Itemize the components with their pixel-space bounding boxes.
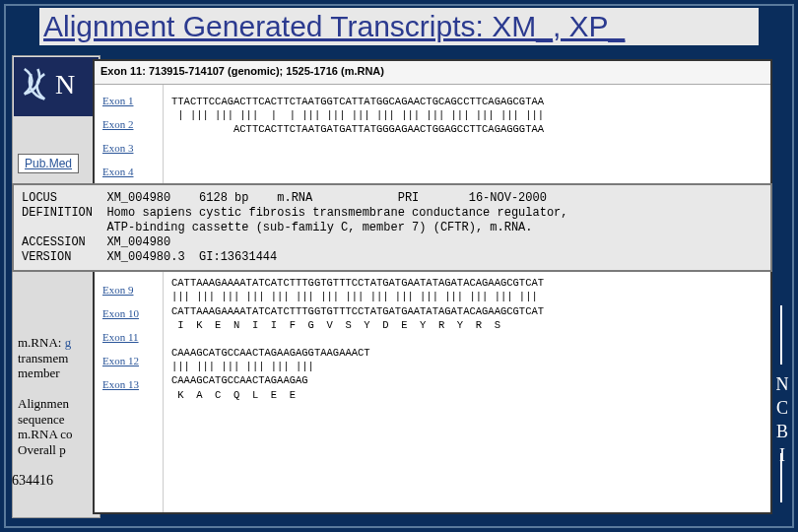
mrna-row-fragment: m.RNA: g transmem member (18, 335, 71, 381)
aln-line2: sequence (18, 412, 65, 427)
mrna-link-frag[interactable]: g (65, 335, 72, 350)
mrna-line3: member (18, 366, 60, 380)
exon-link[interactable]: Exon 4 (95, 160, 163, 183)
aln-b2-r3: CATTAAAGAAAATATCATCTTTGGTGTTTCCTATGATGAA… (171, 305, 544, 317)
version-value: XM_004980.3 GI:13631444 (106, 250, 277, 264)
aln-b3-r3: CAAAGCATGCCAACTAGAAGAG (171, 374, 308, 386)
aln-b2-r4: I K E N I I F G V S Y D E Y R Y R S (171, 319, 500, 331)
ncbi-logo-icon (18, 65, 51, 106)
aln-line3: m.RNA co (18, 427, 73, 441)
locus-label: LOCUS (22, 191, 57, 205)
sequence-length-fragment: 634416 (12, 473, 53, 489)
version-label: VERSION (22, 250, 71, 264)
aln-b1-r2: | ||| ||| ||| | | ||| ||| ||| ||| ||| ||… (171, 109, 544, 121)
alignment-body: TTACTTCCAGACTTCACTTCTAATGGTCATTATGGCAGAA… (164, 85, 770, 512)
genbank-record-overlay: LOCUS XM_004980 6128 bp m.RNA PRI 16-NOV… (12, 183, 772, 272)
aln-b2-r2: ||| ||| ||| ||| ||| ||| ||| ||| ||| ||| … (171, 291, 538, 302)
locus-value: XM_004980 6128 bp m.RNA PRI 16-NOV-2000 (106, 191, 546, 205)
aln-b3-r2: ||| ||| ||| ||| ||| ||| (171, 361, 314, 372)
definition-line2: ATP-binding cassette (sub-family C, memb… (106, 221, 532, 234)
slide-title: Alignment Generated Transcripts: XM_, XP… (39, 8, 759, 45)
aln-b3-r4: K A C Q L E E (171, 389, 296, 401)
pubmed-link[interactable]: Pub.Med (18, 154, 79, 173)
exon-list: Exon 1 Exon 2 Exon 3 Exon 4 Exon 5 Exon … (95, 85, 164, 512)
exon-link[interactable]: Exon 12 (95, 349, 163, 372)
mrna-label: m.RNA: (18, 335, 65, 350)
exon-alignment-header: Exon 11: 713915-714107 (genomic); 1525-1… (95, 61, 770, 85)
exon-link[interactable]: Exon 2 (95, 112, 163, 136)
side-rule-bottom (780, 453, 782, 502)
definition-label: DEFINITION (22, 206, 93, 220)
aln-line4: Overall p (18, 442, 66, 457)
accession-value: XM_004980 (106, 235, 170, 249)
accession-label: ACCESSION (22, 235, 86, 249)
exon-link[interactable]: Exon 11 (95, 325, 163, 349)
alignment-summary-fragment: Alignmen sequence m.RNA co Overall p (18, 396, 73, 457)
aln-line1: Alignmen (18, 396, 69, 411)
exon-link[interactable]: Exon 10 (95, 301, 163, 325)
exon-link[interactable]: Exon 3 (95, 136, 163, 160)
mrna-line2: transmem (18, 351, 68, 366)
ncbi-logo-letter: N (55, 69, 75, 100)
exon-link[interactable]: Exon 1 (95, 89, 163, 112)
aln-b2-r1: CATTAAAGAAAATATCATCTTTGGTGTTTCCTATGATGAA… (171, 277, 544, 289)
exon-link[interactable]: Exon 9 (95, 278, 163, 301)
exon-alignment-window: Exon 11: 713915-714107 (genomic); 1525-1… (93, 59, 772, 514)
aln-b1-r1: TTACTTCCAGACTTCACTTCTAATGGTCATTATGGCAGAA… (171, 96, 544, 107)
aln-b3-r1: CAAAGCATGCCAACTAGAAGAGGTAAGAAACT (171, 347, 370, 359)
aln-b1-r3: ACTTCACTTCTAATGATGATTATGGGAGAACTGGAGCCTT… (233, 123, 544, 135)
side-rule-top (780, 305, 782, 365)
exon-link[interactable]: Exon 13 (95, 372, 163, 396)
definition-line1: Homo sapiens cystic fibrosis transmembra… (106, 206, 567, 220)
